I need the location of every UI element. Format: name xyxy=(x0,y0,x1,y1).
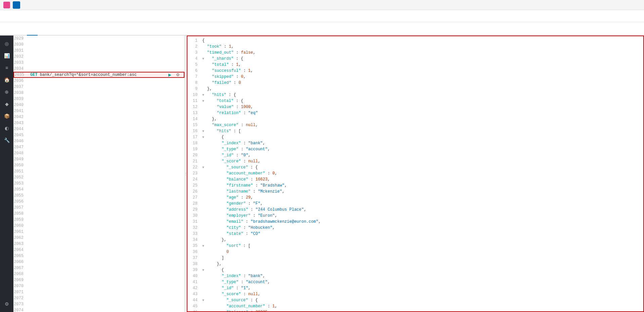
json-token-punct: , xyxy=(275,304,277,309)
output-line-number: 45 xyxy=(187,304,201,309)
line-number: 2045 xyxy=(13,133,27,138)
json-token-key: "max_score" xyxy=(202,123,239,127)
json-token-punct: : xyxy=(265,304,272,309)
output-line-content: ▼ "_source" : { xyxy=(201,165,643,170)
json-token-punct: , xyxy=(267,177,270,182)
sidebar-icon-discover[interactable]: ◎ xyxy=(1,38,12,49)
json-token-key: "hits" xyxy=(207,129,231,134)
sidebar-icon-add[interactable]: ⊕ xyxy=(1,87,12,97)
output-line-content: "lastname" : "Mckenzie", xyxy=(201,189,643,194)
output-line-34: 34 }, xyxy=(187,237,643,243)
editor-line-2069: 2069 xyxy=(13,277,184,283)
output-line-16: 16▼ "hits" : [ xyxy=(187,128,643,134)
output-line-20: 20 "_id" : "0", xyxy=(187,152,643,158)
output-line-content: 0 xyxy=(201,250,643,254)
collapse-arrow-icon[interactable]: ▼ xyxy=(202,299,206,302)
collapse-arrow-icon[interactable]: ▼ xyxy=(202,57,206,61)
output-line-number: 40 xyxy=(187,274,201,278)
output-line-content: "max_score" : null, xyxy=(201,123,643,127)
json-token-num: 39225 xyxy=(255,310,267,312)
tab-search-profiler[interactable] xyxy=(27,30,38,36)
json-token-num: 1000 xyxy=(241,105,251,109)
json-token-punct: , xyxy=(251,105,253,109)
json-token-key: "employer" xyxy=(202,213,251,218)
json-token-punct: , xyxy=(260,201,263,206)
sidebar-icon-maps[interactable]: ◆ xyxy=(1,99,12,109)
collapse-arrow-icon[interactable]: ▼ xyxy=(202,244,206,248)
line-number: 2066 xyxy=(13,260,27,264)
json-token-punct: , xyxy=(272,225,275,230)
json-token-punct: , xyxy=(282,189,285,194)
output-line-number: 22 xyxy=(187,165,201,170)
editor-line-2054: 2054 xyxy=(13,187,184,193)
output-line-22: 22▼ "_source" : { xyxy=(187,164,643,170)
output-line-18: 18 "_index" : "bank", xyxy=(187,140,643,146)
sidebar-icon-settings[interactable]: ⚙ xyxy=(1,299,12,309)
line-number: 2044 xyxy=(13,127,27,132)
line-number: 2051 xyxy=(13,169,27,174)
run-button[interactable]: ▶ xyxy=(166,71,173,78)
sidebar-icon-ml[interactable]: 📦 xyxy=(1,111,12,121)
output-line-content: "total" : 1, xyxy=(201,62,643,67)
line-number: 2039 xyxy=(13,97,27,101)
collapse-arrow-icon[interactable]: ▼ xyxy=(202,129,206,133)
json-token-punct: , xyxy=(255,123,258,127)
output-line-33: 33 "state" : "CO" xyxy=(187,231,643,237)
json-token-str: "CO" xyxy=(251,231,260,236)
json-token-punct: : xyxy=(243,231,251,236)
json-token-str: "244 Columbus Place" xyxy=(255,207,304,212)
tab-console[interactable] xyxy=(16,30,27,36)
json-token-str: "account" xyxy=(246,147,268,152)
output-line-number: 24 xyxy=(187,177,201,182)
collapse-arrow-icon[interactable]: ▼ xyxy=(202,268,206,272)
json-token-punct: , xyxy=(239,62,241,67)
collapse-arrow-icon[interactable]: ▼ xyxy=(202,166,206,169)
line-number: 2049 xyxy=(13,157,27,162)
collapse-arrow-icon[interactable]: ▼ xyxy=(202,99,206,103)
output-line-38: 38 }, xyxy=(187,261,643,267)
json-token-key: "account_number" xyxy=(202,304,265,309)
line-number: 2068 xyxy=(13,272,27,276)
editor-panel: 2029203020312032203320342035GET bank/_se… xyxy=(13,36,185,312)
json-token-punct: : { xyxy=(233,56,243,61)
output-line-content: "failed" : 0 xyxy=(201,81,643,85)
app-icon xyxy=(13,1,20,9)
editor-line-2073: 2073 xyxy=(13,301,184,307)
output-panel[interactable]: 1{2 "took" : 1,3 "timed_out" : false,4▼ … xyxy=(187,36,644,312)
collapse-arrow-icon[interactable]: ▼ xyxy=(202,136,206,139)
json-token-punct: : xyxy=(241,68,248,73)
output-line-number: 37 xyxy=(187,256,201,260)
output-line-28: 28 "gender" : "F", xyxy=(187,201,643,207)
output-line-content: "relation" : "eq" xyxy=(201,111,643,115)
active-command[interactable]: GET bank/_search?q=*&sort=account_number… xyxy=(28,72,184,77)
main-layout: ◎ 📊 ≡ 🏠 ⊕ ◆ 📦 ◐ 🔧 ⚙ 20292030203120322033… xyxy=(0,36,644,312)
collapse-arrow-icon[interactable]: ▼ xyxy=(202,93,206,97)
json-token-punct: : xyxy=(265,171,272,176)
line-number: 2047 xyxy=(13,145,27,150)
output-line-number: 21 xyxy=(187,159,201,164)
sidebar-icon-dashboard[interactable]: ≡ xyxy=(1,62,12,73)
top-nav xyxy=(0,10,644,22)
editor-line-2053: 2053 xyxy=(13,180,184,187)
wrench-button[interactable]: ⚙ xyxy=(174,71,181,78)
output-line-12: 12 "value" : 1000, xyxy=(187,104,643,110)
json-token-punct: : xyxy=(239,195,246,200)
editor-lines[interactable]: 2029203020312032203320342035GET bank/_se… xyxy=(13,36,184,312)
json-token-punct: }, xyxy=(202,87,212,91)
json-token-null: null xyxy=(246,123,256,127)
sidebar-icon-home[interactable]: 🏠 xyxy=(1,74,12,85)
json-token-punct: : xyxy=(241,274,248,278)
sidebar-icon-graph[interactable]: 🔧 xyxy=(1,135,12,146)
output-line-number: 44 xyxy=(187,298,201,303)
json-token-key: "_score" xyxy=(202,159,241,164)
json-token-punct: : xyxy=(251,213,258,218)
json-token-punct: ] xyxy=(202,256,224,260)
sidebar-icon-visualize[interactable]: 📊 xyxy=(1,50,12,61)
json-token-punct: : xyxy=(222,44,229,49)
output-line-4: 4▼ "_shards" : { xyxy=(187,56,643,62)
tab-grok-debugger[interactable] xyxy=(38,30,48,36)
output-line-content: "employer" : "Euron", xyxy=(201,213,643,218)
editor-line-2056: 2056 xyxy=(13,199,184,205)
sidebar-icon-timelion[interactable]: ◐ xyxy=(1,123,12,134)
json-token-str: "account" xyxy=(246,280,268,284)
